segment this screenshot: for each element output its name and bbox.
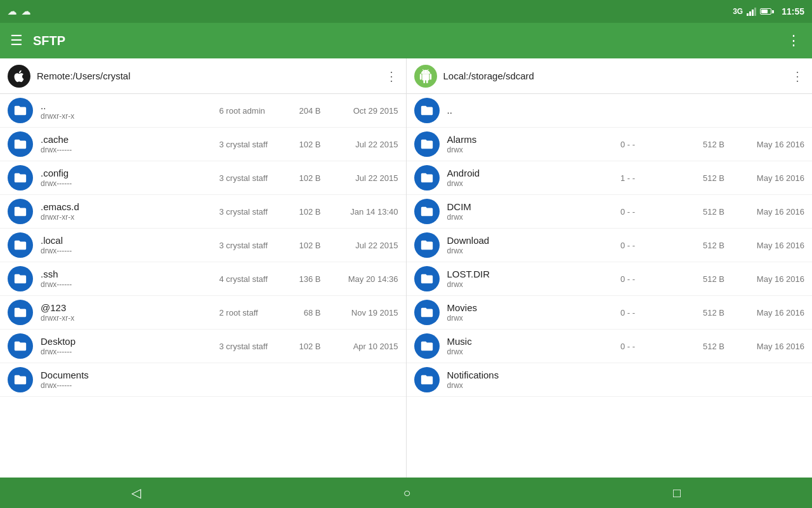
file-perm: drwx (447, 347, 621, 356)
remote-file-item[interactable]: .localdrwx------3 crystal staff102 BJul … (0, 229, 406, 262)
file-owner: 2 root staff (219, 308, 283, 318)
cloud-icon-2: ☁ (22, 6, 30, 17)
more-options-button[interactable]: ⋮ (787, 32, 802, 49)
file-date: May 16 2016 (735, 274, 804, 284)
file-owner: 0 - - (620, 274, 684, 284)
android-icon (414, 65, 437, 88)
remote-file-item[interactable]: ..drwxr-xr-x6 root admin204 BOct 29 2015 (0, 94, 406, 128)
file-size: 512 B (694, 173, 724, 183)
status-time: 11:55 (782, 6, 804, 17)
remote-file-item[interactable]: .configdrwx------3 crystal staff102 BJul… (0, 161, 406, 195)
file-perm: drwx------ (41, 280, 219, 289)
local-panel-header: Local:/storage/sdcard ⋮ (407, 58, 813, 94)
file-name: LOST.DIR (447, 269, 621, 279)
file-date: Jul 22 2015 (329, 241, 398, 250)
file-date: May 16 2016 (735, 241, 804, 250)
folder-icon (8, 300, 33, 325)
remote-panel: Remote:/Users/crystal ⋮ ..drwxr-xr-x6 ro… (0, 58, 407, 478)
apple-icon (8, 65, 30, 88)
folder-icon (414, 232, 440, 258)
remote-file-item[interactable]: .cachedrwx------3 crystal staff102 BJul … (0, 128, 406, 161)
local-file-list: .. Alarmsdrwx0 - -512 BMay 16 2016 Andro… (407, 94, 813, 478)
cloud-icon-1: ☁ (8, 6, 16, 17)
local-file-item[interactable]: Musicdrwx0 - -512 BMay 16 2016 (407, 330, 813, 363)
folder-icon (414, 131, 440, 157)
folder-icon (8, 165, 33, 190)
folder-icon (8, 199, 33, 224)
file-size: 136 B (291, 274, 321, 284)
file-owner: 6 root admin (219, 106, 283, 116)
file-perm: drwx (447, 381, 805, 390)
remote-file-item[interactable]: Documentsdrwx------ (0, 363, 406, 397)
file-size: 512 B (694, 241, 724, 250)
status-bar: ☁ ☁ 3G 11:55 (0, 0, 812, 23)
local-file-item[interactable]: Moviesdrwx0 - -512 BMay 16 2016 (407, 296, 813, 330)
file-owner: 3 crystal staff (219, 241, 283, 250)
local-file-item[interactable]: LOST.DIRdrwx0 - -512 BMay 16 2016 (407, 262, 813, 296)
local-file-item[interactable]: Androiddrwx1 - -512 BMay 16 2016 (407, 161, 813, 195)
file-size: 102 B (291, 140, 321, 149)
folder-icon (8, 131, 33, 157)
file-owner: 3 crystal staff (219, 140, 283, 149)
file-owner: 3 crystal staff (219, 173, 283, 183)
file-date: May 16 2016 (735, 173, 804, 183)
network-label: 3G (733, 7, 743, 16)
file-size: 102 B (291, 173, 321, 183)
remote-file-item[interactable]: .emacs.ddrwxr-xr-x3 crystal staff102 BJa… (0, 195, 406, 229)
file-size: 204 B (291, 106, 321, 116)
home-button[interactable]: ○ (388, 481, 426, 505)
file-perm: drwx (447, 145, 621, 154)
file-name: Movies (447, 302, 621, 313)
file-size: 512 B (694, 342, 724, 351)
local-more-button[interactable]: ⋮ (791, 69, 804, 84)
folder-icon (414, 333, 440, 359)
menu-button[interactable]: ☰ (10, 32, 23, 49)
file-owner: 0 - - (620, 207, 684, 217)
battery-icon (760, 8, 774, 15)
file-name: .emacs.d (41, 201, 219, 212)
file-name: Music (447, 336, 621, 347)
folder-icon (414, 300, 440, 325)
recents-button[interactable]: □ (658, 481, 696, 505)
folder-icon (8, 333, 33, 359)
local-file-item[interactable]: DCIMdrwx0 - -512 BMay 16 2016 (407, 195, 813, 229)
file-perm: drwx (447, 280, 621, 289)
file-name: Documents (41, 370, 398, 380)
back-button[interactable]: ◁ (116, 480, 156, 505)
file-name: .. (447, 105, 805, 116)
local-file-item[interactable]: Alarmsdrwx0 - -512 BMay 16 2016 (407, 128, 813, 161)
folder-icon (414, 199, 440, 224)
local-file-item[interactable]: Downloaddrwx0 - -512 BMay 16 2016 (407, 229, 813, 262)
remote-more-button[interactable]: ⋮ (385, 69, 398, 84)
file-perm: drwxr-xr-x (41, 314, 219, 323)
file-owner: 3 crystal staff (219, 207, 283, 217)
file-name: .ssh (41, 269, 219, 279)
folder-icon (414, 165, 440, 190)
local-file-item[interactable]: Notificationsdrwx (407, 363, 813, 397)
signal-bars (747, 7, 756, 16)
file-perm: drwx (447, 179, 621, 188)
remote-file-list: ..drwxr-xr-x6 root admin204 BOct 29 2015… (0, 94, 406, 478)
local-panel: Local:/storage/sdcard ⋮ .. Alarmsdrwx0 -… (407, 58, 813, 478)
folder-icon (8, 266, 33, 291)
file-date: May 16 2016 (735, 308, 804, 318)
file-perm: drwx------ (41, 347, 219, 356)
file-name: Notifications (447, 370, 805, 380)
file-name: DCIM (447, 201, 621, 212)
file-owner: 1 - - (620, 173, 684, 183)
file-perm: drwx------ (41, 246, 219, 255)
file-size: 512 B (694, 140, 724, 149)
file-perm: drwx (447, 314, 621, 323)
folder-icon (8, 367, 33, 392)
folder-icon (414, 367, 440, 392)
remote-file-item[interactable]: .sshdrwx------4 crystal staff136 BMay 20… (0, 262, 406, 296)
folder-icon (414, 266, 440, 291)
file-name: @123 (41, 302, 219, 313)
remote-file-item[interactable]: @123drwxr-xr-x2 root staff68 BNov 19 201… (0, 296, 406, 330)
file-name: Desktop (41, 336, 219, 347)
local-file-item[interactable]: .. (407, 94, 813, 128)
nav-bar: ◁ ○ □ (0, 478, 812, 508)
file-name: .local (41, 235, 219, 246)
toolbar: ☰ SFTP ⋮ (0, 23, 812, 58)
remote-file-item[interactable]: Desktopdrwx------3 crystal staff102 BApr… (0, 330, 406, 363)
